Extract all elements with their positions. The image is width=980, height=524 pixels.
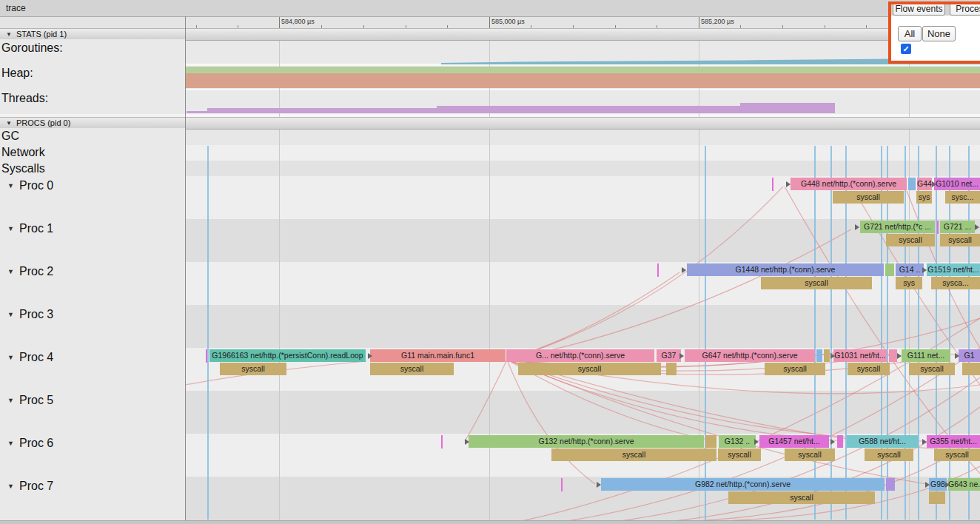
sidebar-item-proc-5[interactable]: ▼Proc 5 bbox=[0, 394, 185, 409]
trace-span-syscall[interactable]: syscall bbox=[518, 363, 661, 375]
page-title: trace bbox=[6, 3, 26, 13]
sidebar-divider bbox=[185, 16, 186, 520]
trace-span[interactable]: G647 net/http.(*conn).serve bbox=[685, 349, 815, 362]
trace-span[interactable]: G1457 net/ht... bbox=[759, 435, 829, 448]
ruler-major-tick bbox=[279, 17, 280, 28]
trace-span[interactable] bbox=[889, 349, 897, 362]
trace-span[interactable] bbox=[886, 478, 895, 491]
sidebar-item-proc-6[interactable]: ▼Proc 6 bbox=[0, 437, 185, 451]
sidebar-item-proc-3[interactable]: ▼Proc 3 bbox=[0, 308, 185, 323]
trace-span[interactable]: G111 net... bbox=[902, 349, 950, 362]
trace-span-syscall[interactable]: syscall bbox=[551, 449, 716, 461]
instant-event-marker[interactable] bbox=[441, 435, 443, 449]
ruler-tick-label: 584,800 µs bbox=[281, 18, 315, 25]
proc-row-label: Proc 6 bbox=[19, 437, 53, 450]
trace-span[interactable]: G11 main.main.func1 bbox=[370, 349, 506, 362]
trace-span[interactable] bbox=[837, 435, 843, 448]
trace-span-syscall[interactable]: syscall bbox=[761, 277, 872, 289]
trace-span-syscall[interactable]: syscall bbox=[886, 234, 935, 246]
trace-span[interactable]: G721 ... bbox=[940, 221, 975, 233]
trace-span-syscall[interactable]: syscall bbox=[909, 363, 955, 375]
trace-span-syscall[interactable]: sysca... bbox=[931, 277, 980, 289]
trace-span[interactable] bbox=[824, 349, 830, 362]
trace-span[interactable]: G982 net/http.(*conn).serve bbox=[601, 478, 885, 491]
ruler-major-tick bbox=[489, 17, 490, 28]
trace-span-syscall[interactable]: syscall bbox=[848, 363, 890, 375]
instant-event-marker[interactable] bbox=[937, 221, 939, 234]
stats-sidebar: Goroutines:Heap:Threads: bbox=[0, 39, 185, 114]
stats-row-label: Goroutines: bbox=[1, 41, 63, 55]
procs-sidebar: GCNetworkSyscalls▼Proc 0▼Proc 1▼Proc 2▼P… bbox=[0, 128, 185, 520]
trace-span-syscall[interactable]: syscall bbox=[370, 363, 454, 375]
trace-span-syscall[interactable] bbox=[929, 491, 945, 504]
trace-span-syscall[interactable]: syscall bbox=[865, 449, 913, 461]
trace-span[interactable]: G588 net/ht... bbox=[847, 435, 918, 448]
span-start-arrow-icon bbox=[975, 224, 979, 230]
flow-event-arc bbox=[465, 360, 507, 441]
trace-span[interactable]: G132 .. bbox=[719, 435, 756, 448]
trace-span[interactable]: G98 bbox=[929, 478, 947, 491]
trace-span[interactable]: G1966163 net/http.(*persistConn).readLoo… bbox=[209, 349, 366, 362]
ruler-tick-label: 585,000 µs bbox=[491, 18, 525, 25]
trace-span[interactable]: G44 bbox=[917, 178, 932, 190]
bottom-scrollbar[interactable] bbox=[0, 520, 980, 524]
proc-row-label: Proc 1 bbox=[19, 222, 53, 235]
trace-span[interactable] bbox=[705, 435, 716, 448]
collapse-triangle-icon: ▼ bbox=[7, 483, 14, 490]
trace-span[interactable] bbox=[816, 349, 822, 362]
sidebar-item-proc-1[interactable]: ▼Proc 1 bbox=[0, 222, 185, 237]
trace-span-syscall[interactable]: syscall bbox=[934, 449, 980, 461]
sidebar-item-proc-7[interactable]: ▼Proc 7 bbox=[0, 480, 185, 494]
trace-span[interactable]: G1519 net/ht... bbox=[927, 263, 980, 276]
span-start-arrow-icon bbox=[465, 439, 469, 445]
collapse-triangle-icon: ▼ bbox=[7, 354, 14, 361]
trace-span-syscall[interactable] bbox=[666, 363, 677, 375]
trace-span[interactable] bbox=[908, 178, 916, 190]
trace-span-syscall[interactable]: syscall bbox=[940, 234, 980, 246]
trace-span-syscall[interactable]: syscall bbox=[833, 191, 904, 204]
trace-span[interactable]: G... net/http.(*conn).serve bbox=[506, 349, 654, 362]
trace-span-syscall[interactable] bbox=[962, 363, 980, 375]
instant-event-marker[interactable] bbox=[206, 349, 207, 363]
sidebar-item-proc-0[interactable]: ▼Proc 0 bbox=[0, 179, 185, 194]
trace-span-syscall[interactable]: sysc... bbox=[945, 191, 980, 204]
threads-counter-step bbox=[740, 103, 835, 113]
instant-event-marker[interactable] bbox=[657, 263, 659, 277]
trace-span-syscall[interactable]: syscall bbox=[765, 363, 825, 375]
timeline-ruler[interactable]: 584,800 µs585,000 µs585,200 µs bbox=[0, 17, 980, 29]
span-start-arrow-icon bbox=[925, 482, 930, 488]
proc-row-label: Proc 2 bbox=[19, 265, 53, 278]
trace-span[interactable]: G643 ne... bbox=[948, 478, 980, 491]
trace-span-syscall[interactable]: sys bbox=[896, 277, 922, 289]
span-start-arrow-icon bbox=[679, 353, 684, 359]
trace-span[interactable]: G132 net/http.(*conn).serve bbox=[469, 435, 704, 448]
span-start-arrow-icon bbox=[786, 181, 791, 187]
procs-section-label: PROCS (pid 0) bbox=[16, 118, 70, 127]
trace-span[interactable]: G37 bbox=[657, 349, 681, 362]
trace-span-syscall[interactable]: syscall bbox=[785, 449, 835, 461]
sidebar-item-proc-2[interactable]: ▼Proc 2 bbox=[0, 265, 185, 280]
collapse-triangle-icon: ▼ bbox=[7, 397, 14, 404]
span-start-arrow-icon bbox=[922, 267, 927, 273]
trace-span-syscall[interactable]: syscall bbox=[728, 491, 875, 504]
trace-span[interactable]: G1 bbox=[959, 349, 980, 362]
trace-span[interactable]: G1448 net/http.(*conn).serve bbox=[687, 263, 884, 276]
trace-span[interactable]: G1031 net/ht... bbox=[833, 349, 887, 362]
sidebar-item-proc-4[interactable]: ▼Proc 4 bbox=[0, 351, 185, 366]
instant-event-marker[interactable] bbox=[561, 478, 563, 491]
trace-span[interactable] bbox=[885, 263, 894, 276]
trace-span[interactable]: G1010 net... bbox=[934, 178, 980, 190]
event-row-label: GC bbox=[1, 130, 19, 143]
trace-span[interactable]: G721 net/http.(*c ... bbox=[860, 221, 935, 233]
trace-span[interactable]: G448 net/http.(*conn).serve bbox=[791, 178, 907, 190]
trace-span[interactable]: G14 .. bbox=[896, 263, 924, 276]
timeline-canvas[interactable]: G448 net/http.(*conn).serveG44G1010 net.… bbox=[185, 28, 980, 520]
instant-event-marker[interactable] bbox=[772, 178, 773, 191]
trace-span-syscall[interactable]: syscall bbox=[718, 449, 761, 461]
trace-span[interactable]: G355 net/ht... bbox=[927, 435, 980, 448]
trace-span-syscall[interactable]: sys bbox=[916, 191, 932, 204]
network-event-line bbox=[814, 146, 816, 520]
network-event-line bbox=[936, 146, 937, 520]
trace-span-syscall[interactable]: syscall bbox=[220, 363, 286, 375]
proc-row-label: Proc 3 bbox=[19, 308, 53, 321]
